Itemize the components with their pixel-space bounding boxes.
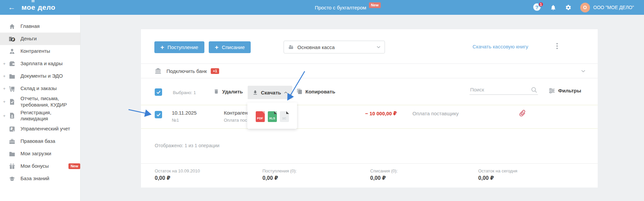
- search-field: [469, 86, 538, 95]
- sidebar-item-baza-znaniy[interactable]: База знаний: [0, 172, 80, 185]
- total-income: Поступления (0): 0,00 ₽: [262, 168, 297, 181]
- main-content: Поступление Списание Основная касса Скач…: [81, 15, 644, 201]
- sidebar-item-bonusy[interactable]: Мои бонусы New: [0, 160, 80, 172]
- sidebar-item-zagruzki[interactable]: Мои загрузки: [0, 148, 80, 160]
- bank-count-badge: +1: [211, 68, 219, 74]
- cash-register-icon: [288, 44, 294, 50]
- briefcase-icon: [9, 138, 15, 145]
- gift-icon: [9, 163, 15, 170]
- filters-button[interactable]: Фильтры: [549, 88, 581, 93]
- help-count-badge: 1: [538, 2, 544, 7]
- brand-logo[interactable]: моедело: [21, 3, 55, 11]
- sidebar-item-otchety[interactable]: Отчеты, письма, требования, КУДИР: [0, 95, 80, 109]
- xls-file-icon[interactable]: XLS: [268, 111, 277, 122]
- expand-plus-icon[interactable]: [3, 86, 7, 91]
- paperclip-icon[interactable]: [517, 108, 528, 118]
- row-checkbox[interactable]: [155, 111, 162, 118]
- folder-icon: [9, 73, 15, 80]
- account-name[interactable]: ООО "МОЕ ДЕЛО": [593, 5, 634, 10]
- sidebar-item-dengi[interactable]: ₽ Деньги: [0, 33, 80, 45]
- totals-row: Остаток на 10.09.2010 0,00 ₽ Поступления…: [141, 164, 598, 188]
- connect-bank-label: Подключить банк: [166, 68, 207, 74]
- chevron-up-icon: [284, 91, 288, 94]
- kebab-menu-icon[interactable]: [556, 45, 558, 47]
- plus-icon: [160, 44, 164, 50]
- promo-new-badge: New: [369, 2, 381, 8]
- pdf-file-icon[interactable]: PDF: [256, 111, 265, 122]
- svg-text:₽: ₽: [10, 127, 13, 131]
- brand-accent-letter: е: [31, 3, 35, 11]
- download-cashbook-link[interactable]: Скачать кассовую книгу: [473, 44, 528, 49]
- sidebar-nav: Главная ₽ Деньги Контрагенты Зарплата и …: [0, 15, 81, 201]
- copy-button[interactable]: Копировать: [297, 88, 335, 94]
- bell-icon[interactable]: [550, 4, 556, 11]
- operation-contractor: Контраген: [224, 110, 248, 116]
- money-icon: ₽: [9, 36, 15, 42]
- expand-plus-icon[interactable]: [3, 113, 7, 118]
- search-icon[interactable]: [531, 87, 537, 93]
- svg-text:₽: ₽: [12, 38, 14, 41]
- chevron-down-icon[interactable]: [581, 70, 586, 73]
- selected-count-label: Выбрано: 1: [173, 90, 196, 95]
- report-doc-icon: [9, 98, 15, 105]
- sidebar-item-upravlencheskiy[interactable]: ₽ Управленческий учет: [0, 123, 80, 135]
- operation-contractor-note: Оплата пос: [224, 118, 247, 123]
- sidebar-item-pravovaya[interactable]: Правовая база: [0, 135, 80, 148]
- cart-icon: [9, 85, 15, 92]
- select-all-checkbox[interactable]: [155, 88, 162, 96]
- bank-icon: [155, 68, 161, 74]
- home-icon: [9, 23, 15, 30]
- graduation-cap-icon: [9, 175, 15, 182]
- selection-toolbar: Выбрано: 1 Удалить Скачать Копировать: [141, 78, 598, 105]
- trash-icon: [213, 88, 219, 94]
- gear-icon[interactable]: [565, 4, 572, 11]
- ruble-square-icon: ₽: [9, 126, 15, 132]
- downloads-folder-icon: [9, 151, 15, 157]
- toolbar: Поступление Списание Основная касса Скач…: [141, 29, 598, 64]
- new-badge: New: [68, 163, 80, 169]
- operation-amount: − 10 000,00 ₽: [365, 111, 397, 117]
- total-opening-balance: Остаток на 10.09.2010 0,00 ₽: [155, 168, 200, 181]
- total-current-balance: Остаток на сегодня 0,00 ₽: [478, 168, 517, 181]
- onec-file-icon-disabled: 1С: [280, 111, 289, 122]
- plus-icon: [215, 44, 218, 50]
- connect-bank-row[interactable]: Подключить банк +1: [141, 64, 598, 78]
- search-input[interactable]: [469, 86, 538, 95]
- sidebar-item-kontragenty[interactable]: Контрагенты: [0, 45, 80, 57]
- delete-button[interactable]: Удалить: [213, 88, 243, 94]
- sidebar-item-sklad[interactable]: Склад и заказы: [0, 82, 80, 95]
- operation-purpose: Оплата поставщику: [412, 111, 459, 116]
- check-icon: [156, 90, 161, 94]
- brand-text: мо: [21, 3, 31, 11]
- back-arrow-icon[interactable]: [8, 4, 15, 11]
- expand-plus-icon[interactable]: [3, 74, 7, 79]
- sidebar-item-registraciya[interactable]: Регистрация, ликвидация: [0, 109, 80, 123]
- add-expense-button[interactable]: Списание: [209, 41, 251, 53]
- filters-icon: [549, 88, 555, 93]
- expand-plus-icon[interactable]: [3, 99, 7, 104]
- sidebar-item-glavnaya[interactable]: Главная: [0, 20, 80, 33]
- table-row[interactable]: 10.11.2025 №1 Контраген Оплата пос − 10 …: [141, 105, 598, 129]
- cashbox-selected-value: Основная касса: [297, 44, 335, 50]
- results-summary-row: Отображено: 1 из 1 операции: [141, 129, 598, 164]
- operation-date: 10.11.2025: [172, 110, 197, 116]
- cashbox-select[interactable]: Основная касса: [284, 41, 385, 53]
- total-expense: Списания (0): 0,00 ₽: [370, 168, 398, 181]
- money-card: Поступление Списание Основная касса Скач…: [141, 29, 598, 188]
- expand-plus-icon[interactable]: [3, 61, 7, 66]
- sidebar-item-dokumenty[interactable]: Документы и ЭДО: [0, 70, 80, 82]
- sidebar-item-zarplata[interactable]: Зарплата и кадры: [0, 57, 80, 70]
- copy-icon: [297, 88, 302, 94]
- promo-link[interactable]: Просто с бухгалтером: [315, 5, 366, 10]
- account-avatar[interactable]: О: [580, 3, 590, 12]
- brand-text: дело: [38, 3, 55, 11]
- shown-count-label: Отображено: 1 из 1 операции: [155, 143, 219, 148]
- help-button[interactable]: 1: [533, 3, 541, 11]
- download-icon: [252, 90, 258, 95]
- download-button[interactable]: Скачать: [248, 86, 292, 99]
- add-income-button[interactable]: Поступление: [154, 41, 204, 53]
- registration-doc-icon: [9, 112, 15, 119]
- person-icon: [9, 48, 15, 55]
- check-icon: [156, 113, 161, 117]
- chevron-down-icon: [377, 46, 381, 48]
